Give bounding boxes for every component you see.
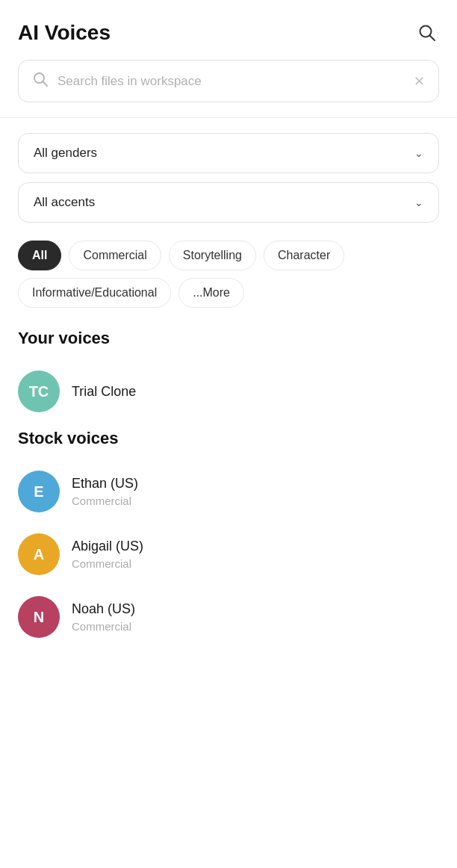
voice-name-abigail: Abigail (US) — [72, 539, 143, 554]
accent-dropdown[interactable]: All accents ⌄ — [18, 182, 439, 223]
stock-voices-section: Stock voices E Ethan (US) Commercial A A… — [0, 429, 457, 648]
accent-chevron-icon: ⌄ — [414, 196, 423, 208]
tags-container: All Commercial Storytelling Character In… — [0, 241, 457, 308]
gender-dropdown[interactable]: All genders ⌄ — [18, 133, 439, 173]
header: AI Voices — [0, 0, 457, 60]
voice-info-noah: Noah (US) Commercial — [72, 601, 135, 633]
voice-info-ethan: Ethan (US) Commercial — [72, 476, 138, 507]
your-voices-title: Your voices — [0, 329, 457, 348]
avatar-noah: N — [18, 596, 60, 638]
svg-line-3 — [43, 81, 47, 86]
search-bar-icon — [32, 71, 49, 91]
clear-icon[interactable]: ✕ — [414, 73, 425, 90]
tag-character[interactable]: Character — [264, 241, 344, 270]
voice-item-trial-clone[interactable]: TC Trial Clone — [0, 360, 457, 423]
tag-commercial[interactable]: Commercial — [69, 241, 161, 270]
tag-informative[interactable]: Informative/Educational — [18, 278, 171, 308]
voice-name-ethan: Ethan (US) — [72, 476, 138, 492]
avatar-ethan: E — [18, 471, 60, 512]
divider — [0, 117, 457, 118]
voice-item-ethan[interactable]: E Ethan (US) Commercial — [0, 460, 457, 523]
voice-type-ethan: Commercial — [72, 495, 138, 507]
tag-all[interactable]: All — [18, 241, 61, 270]
svg-line-1 — [430, 36, 435, 41]
voice-name-noah: Noah (US) — [72, 601, 135, 617]
voice-name-trial-clone: Trial Clone — [72, 384, 136, 400]
avatar-trial-clone: TC — [18, 371, 60, 412]
voice-item-abigail[interactable]: A Abigail (US) Commercial — [0, 523, 457, 586]
search-bar[interactable]: ✕ — [18, 60, 439, 102]
accent-dropdown-label: All accents — [34, 195, 95, 210]
gender-dropdown-label: All genders — [34, 146, 97, 161]
voice-type-abigail: Commercial — [72, 557, 143, 570]
voice-info-trial-clone: Trial Clone — [72, 384, 136, 400]
voice-item-noah[interactable]: N Noah (US) Commercial — [0, 586, 457, 648]
tag-storytelling[interactable]: Storytelling — [169, 241, 256, 270]
avatar-abigail: A — [18, 533, 60, 575]
voice-type-noah: Commercial — [72, 620, 135, 633]
search-container: ✕ — [0, 60, 457, 117]
gender-chevron-icon: ⌄ — [414, 147, 423, 159]
page-title: AI Voices — [18, 21, 111, 45]
stock-voices-title: Stock voices — [0, 429, 457, 448]
your-voices-section: Your voices TC Trial Clone — [0, 329, 457, 423]
search-icon — [417, 23, 437, 43]
filters-container: All genders ⌄ All accents ⌄ — [0, 133, 457, 223]
header-search-button[interactable] — [415, 21, 439, 45]
tag-more[interactable]: ...More — [178, 278, 244, 308]
search-input[interactable] — [57, 74, 405, 89]
voice-info-abigail: Abigail (US) Commercial — [72, 539, 143, 570]
